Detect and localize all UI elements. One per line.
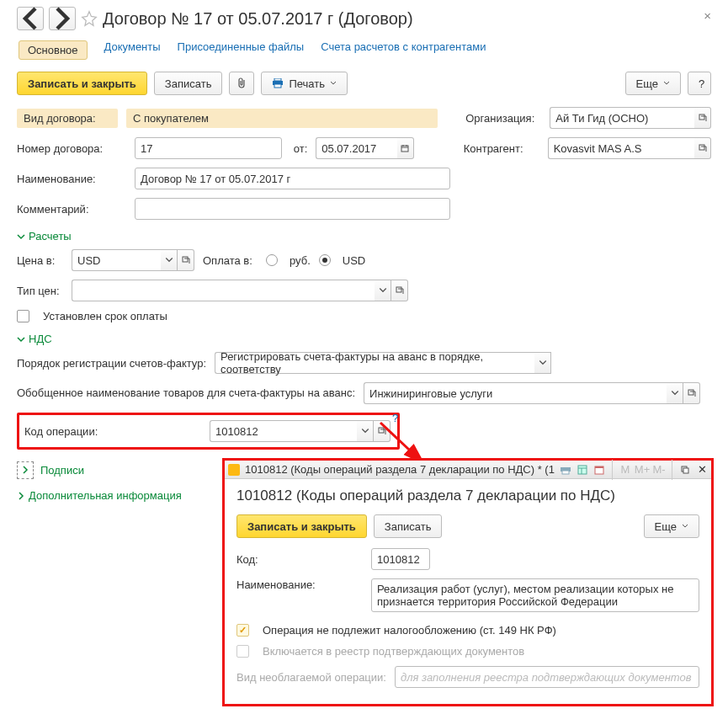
section-calc[interactable]: Расчеты	[17, 230, 711, 242]
chevron-down-icon	[682, 523, 688, 530]
price-ext[interactable]	[178, 249, 194, 271]
tab-documents[interactable]: Документы	[104, 40, 161, 60]
gen-label: Обобщенное наименование товаров для счет…	[17, 386, 355, 401]
gen-dd[interactable]	[667, 382, 683, 404]
popup-window-title: 1010812 (Коды операций раздела 7 деклара…	[245, 463, 555, 476]
partner-label: Контрагент:	[464, 142, 539, 155]
popup-window: 1010812 (Коды операций раздела 7 деклара…	[222, 458, 714, 706]
page-title: Договор № 17 от 05.07.2017 г (Договор)	[103, 9, 711, 29]
popup-save-close-button[interactable]: Записать и закрыть	[236, 514, 367, 538]
order-dd[interactable]	[534, 352, 551, 374]
svg-rect-6	[183, 257, 188, 262]
op-input[interactable]: 1010812	[210, 420, 357, 442]
comment-label: Комментарий:	[17, 203, 126, 216]
pricetype-label: Тип цен:	[17, 285, 63, 297]
op-dd[interactable]	[357, 420, 374, 442]
print-preview-icon[interactable]	[560, 464, 571, 476]
favorite-star-icon[interactable]	[81, 10, 98, 27]
attach-button[interactable]	[229, 72, 254, 95]
gen-ext[interactable]	[683, 382, 700, 404]
svg-rect-0	[274, 78, 281, 81]
pricetype-input[interactable]	[72, 280, 375, 301]
popup-save-button[interactable]: Записать	[374, 514, 443, 538]
op-ext[interactable]	[374, 420, 391, 442]
popup-chk2-label: Включается в реестр подтверждающих докум…	[263, 645, 524, 658]
printer-icon	[272, 78, 284, 88]
radio-rub[interactable]	[266, 254, 278, 266]
svg-rect-15	[595, 466, 603, 468]
price-dd[interactable]	[161, 249, 178, 271]
name-label: Наименование:	[17, 173, 126, 185]
svg-rect-9	[379, 428, 384, 433]
order-input[interactable]: Регистрировать счета-фактуры на аванс в …	[215, 352, 534, 374]
restore-icon[interactable]	[679, 464, 691, 476]
svg-rect-13	[578, 466, 587, 474]
save-close-button[interactable]: Записать и закрыть	[17, 72, 147, 95]
popup-name-label: Наименование:	[236, 578, 363, 591]
pricetype-dd[interactable]	[375, 280, 391, 301]
chevron-down-icon	[330, 80, 337, 87]
save-button[interactable]: Записать	[154, 72, 223, 95]
tab-main[interactable]: Основное	[19, 40, 88, 60]
tab-files[interactable]: Присоединенные файлы	[178, 40, 305, 60]
pay-label: Оплата в:	[203, 254, 258, 267]
popup-title: 1010812 (Коды операций раздела 7 деклара…	[236, 488, 699, 504]
num-label: Номер договора:	[17, 142, 126, 155]
popup-more-button[interactable]: Еще	[644, 514, 699, 538]
close-button[interactable]: ×	[704, 8, 711, 23]
calc-icon[interactable]	[577, 464, 588, 476]
popup-code-input[interactable]: 1010812	[371, 548, 430, 570]
radio-usd[interactable]	[319, 254, 331, 266]
svg-rect-4	[401, 146, 408, 152]
popup-kind-label: Вид необлагаемой операции:	[236, 671, 386, 684]
num-input[interactable]: 17	[135, 137, 282, 159]
partner-input[interactable]: Kovasvit MAS A.S	[548, 137, 694, 159]
app-icon	[228, 464, 240, 476]
pricetype-ext[interactable]	[391, 280, 408, 301]
more-button[interactable]: Еще	[625, 72, 681, 95]
calendar-icon	[401, 144, 409, 152]
tab-accounts[interactable]: Счета расчетов с контрагентами	[321, 40, 486, 60]
popup-close-icon[interactable]: ✕	[696, 464, 708, 476]
chevron-down-icon	[663, 80, 670, 87]
op-label: Код операции:	[24, 425, 201, 438]
forward-button[interactable]	[49, 7, 76, 30]
popup-chk2	[236, 645, 249, 658]
svg-rect-8	[688, 390, 693, 395]
contract-type-value: С покупателем	[126, 109, 438, 128]
m-plus-button[interactable]: M+	[636, 464, 648, 476]
popup-name-input[interactable]: Реализация работ (услуг), местом реализа…	[371, 578, 699, 612]
print-button[interactable]: Печать	[261, 72, 348, 95]
price-label: Цена в:	[17, 254, 63, 267]
date-label: от:	[290, 142, 307, 155]
svg-rect-17	[683, 468, 688, 473]
calendar-button[interactable]	[397, 137, 414, 159]
help-button[interactable]: ?	[688, 72, 711, 95]
org-open-button[interactable]	[694, 107, 711, 129]
org-input[interactable]: Ай Ти Гид (ОСНО)	[550, 107, 694, 129]
gen-input[interactable]: Инжиниринговые услуги	[364, 382, 667, 404]
price-currency-input[interactable]: USD	[72, 249, 161, 271]
op-help[interactable]: ?	[392, 412, 398, 424]
deadline-checkbox[interactable]	[17, 310, 29, 322]
popup-chk1[interactable]	[236, 624, 249, 637]
svg-rect-3	[699, 115, 704, 120]
svg-rect-12	[562, 471, 569, 474]
comment-input[interactable]	[135, 198, 450, 220]
section-vat[interactable]: НДС	[17, 333, 711, 345]
deadline-label: Установлен срок оплаты	[43, 310, 167, 322]
svg-rect-5	[699, 145, 704, 150]
popup-chk1-label: Операция не подлежит налогообложению (ст…	[263, 624, 556, 637]
m-minus-button[interactable]: M-	[653, 464, 665, 476]
m-button[interactable]: M	[619, 464, 631, 476]
order-label: Порядок регистрации счетов-фактур:	[17, 357, 206, 370]
date-input[interactable]: 05.07.2017	[316, 137, 397, 159]
svg-rect-2	[274, 84, 281, 88]
org-label: Организация:	[465, 112, 541, 125]
name-input[interactable]: Договор № 17 от 05.07.2017 г	[135, 168, 450, 189]
back-button[interactable]	[17, 7, 44, 30]
partner-open-button[interactable]	[694, 137, 711, 159]
calendar-icon-tb[interactable]	[593, 464, 605, 476]
svg-rect-7	[396, 287, 401, 292]
contract-type-label: Вид договора:	[17, 109, 118, 128]
